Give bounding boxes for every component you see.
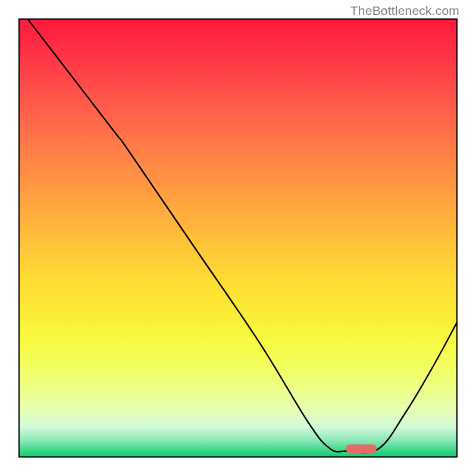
watermark-text: TheBottleneck.com [350,4,459,18]
plot-area [18,18,458,458]
chart-container: TheBottleneck.com [0,0,476,476]
curve-path [27,18,458,452]
bottleneck-curve [18,18,458,458]
optimal-marker [346,444,377,453]
